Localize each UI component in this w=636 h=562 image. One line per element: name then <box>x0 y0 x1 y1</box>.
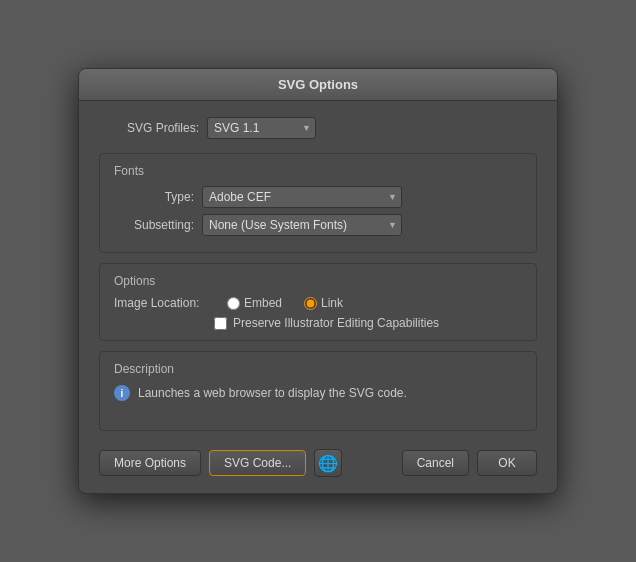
subsetting-label: Subsetting: <box>114 218 194 232</box>
type-select-wrapper: Adobe CEF SVG Convert to Outlines <box>202 186 402 208</box>
description-content: i Launches a web browser to display the … <box>114 384 522 402</box>
globe-button[interactable]: 🌐 <box>314 449 342 477</box>
embed-radio[interactable] <box>227 297 240 310</box>
svg-code-button[interactable]: SVG Code... <box>209 450 306 476</box>
fonts-section-title: Fonts <box>114 164 522 178</box>
description-section: Description i Launches a web browser to … <box>99 351 537 431</box>
type-label: Type: <box>114 190 194 204</box>
link-radio[interactable] <box>304 297 317 310</box>
embed-option[interactable]: Embed <box>227 296 290 310</box>
subsetting-row: Subsetting: None (Use System Fonts) Only… <box>114 214 522 236</box>
type-select[interactable]: Adobe CEF SVG Convert to Outlines <box>202 186 402 208</box>
subsetting-select-wrapper: None (Use System Fonts) Only Glyphs Used… <box>202 214 402 236</box>
link-option[interactable]: Link <box>304 296 351 310</box>
svg-profiles-select-wrapper: SVG 1.1 SVG 1.0 SVG Tiny 1.1 SVG Basic 1… <box>207 117 316 139</box>
description-section-title: Description <box>114 362 522 376</box>
subsetting-select[interactable]: None (Use System Fonts) Only Glyphs Used… <box>202 214 402 236</box>
preserve-label: Preserve Illustrator Editing Capabilitie… <box>233 316 439 330</box>
options-section-title: Options <box>114 274 522 288</box>
description-text: Launches a web browser to display the SV… <box>138 384 407 402</box>
dialog-title: SVG Options <box>79 69 557 101</box>
preserve-checkbox[interactable] <box>214 317 227 330</box>
svg-options-dialog: SVG Options SVG Profiles: SVG 1.1 SVG 1.… <box>78 68 558 494</box>
fonts-section: Fonts Type: Adobe CEF SVG Convert to Out… <box>99 153 537 253</box>
svg-profiles-select[interactable]: SVG 1.1 SVG 1.0 SVG Tiny 1.1 SVG Basic 1… <box>207 117 316 139</box>
button-row: More Options SVG Code... 🌐 Cancel OK <box>99 445 537 477</box>
dialog-body: SVG Profiles: SVG 1.1 SVG 1.0 SVG Tiny 1… <box>79 101 557 493</box>
preserve-checkbox-row: Preserve Illustrator Editing Capabilitie… <box>214 316 522 330</box>
cancel-button[interactable]: Cancel <box>402 450 469 476</box>
svg-profiles-label: SVG Profiles: <box>99 121 199 135</box>
info-icon: i <box>114 385 130 401</box>
image-location-radio-group: Embed Link <box>227 296 351 310</box>
embed-label: Embed <box>244 296 282 310</box>
svg-profiles-row: SVG Profiles: SVG 1.1 SVG 1.0 SVG Tiny 1… <box>99 117 537 139</box>
image-location-label: Image Location: <box>114 296 219 310</box>
image-location-row: Image Location: Embed Link <box>114 296 522 310</box>
options-section: Options Image Location: Embed Link Prese… <box>99 263 537 341</box>
link-label: Link <box>321 296 343 310</box>
ok-button[interactable]: OK <box>477 450 537 476</box>
type-row: Type: Adobe CEF SVG Convert to Outlines <box>114 186 522 208</box>
more-options-button[interactable]: More Options <box>99 450 201 476</box>
